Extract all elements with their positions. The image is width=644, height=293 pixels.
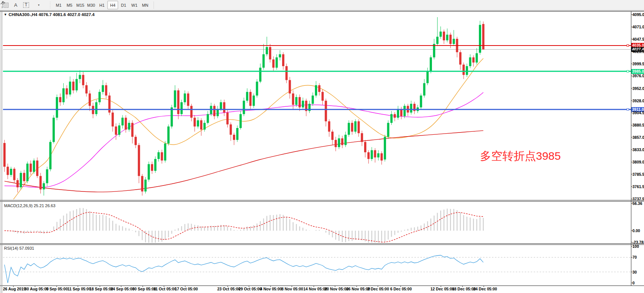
symbol-dropdown-icon[interactable]: ▼ <box>4 13 7 16</box>
date-axis-label: 14 Nov 05:00 <box>303 287 327 291</box>
date-axis-label: 11 Oct 05:00 <box>154 287 176 291</box>
price-line-label: 3985.0 <box>631 69 644 74</box>
macd-axis-tick: 0.00 <box>632 228 640 233</box>
macd-axis-tick: 56.36 <box>632 201 642 206</box>
date-axis-label: 17 Oct 05:00 <box>175 287 198 291</box>
date-axis-label: 24 Sep 05:00 <box>111 287 135 291</box>
date-axis-label: 23 Oct 05:00 <box>217 287 240 291</box>
price-axis-tick: 3833.0 <box>632 147 644 152</box>
price-axis-tick: 4071.0 <box>632 25 644 29</box>
date-axis-label: 26 Aug 2019 <box>3 287 26 291</box>
price-axis-tick: 3952.0 <box>632 86 644 91</box>
date-axis-label: 24 Dec 05:00 <box>473 287 497 291</box>
price-axis-tick: 3857.0 <box>632 135 644 140</box>
date-axis-label: 2 Dec 05:00 <box>367 287 389 291</box>
price-axis-tick: 4023.5 <box>632 49 644 54</box>
price-axis-tick: 3928.0 <box>632 99 644 103</box>
macd-axis-tick: -23.78 <box>632 240 644 244</box>
price-axis-tick: 3785.5 <box>632 172 644 177</box>
date-axis-label: 4 Nov 05:00 <box>260 287 282 291</box>
date-axis-label: 29 Oct 05:00 <box>239 287 262 291</box>
price-axis-tick: 3976.0 <box>632 74 644 78</box>
symbol-title: ▼CHINA300-,H4 4076.7 4081.6 4027.0 4027.… <box>4 12 95 17</box>
date-axis-label: 26 Nov 05:00 <box>346 287 370 291</box>
rsi-indicator-label: RSI(14) 57.0931 <box>4 246 34 250</box>
chart-canvas[interactable] <box>0 0 644 293</box>
date-axis-label: 6 Dec 05:00 <box>390 287 412 291</box>
price-axis-tick: 4095.0 <box>632 12 644 17</box>
rsi-axis-tick: 70 <box>632 255 637 259</box>
date-axis-label: 11 Sep 05:00 <box>67 287 91 291</box>
date-axis-label: 18 Dec 05:00 <box>452 287 476 291</box>
price-axis-tick: 4047.5 <box>632 37 644 41</box>
date-axis-label: 30 Sep 05:00 <box>132 287 156 291</box>
rsi-axis-tick: 30 <box>632 270 637 274</box>
chart-annotation-text: 多空转折点3985 <box>480 149 561 164</box>
date-axis-label: 30 Aug 05:00 <box>25 287 48 291</box>
date-axis-label: 8 Nov 05:00 <box>281 287 303 291</box>
price-axis-tick: 3880.5 <box>632 123 644 127</box>
date-axis-label: 20 Nov 05:00 <box>325 287 348 291</box>
date-axis-label: 12 Dec 05:00 <box>430 287 454 291</box>
date-axis-label: 5 Sep 05:00 <box>46 287 68 291</box>
macd-indicator-label: MACD(12,26,9) 25.21 26.63 <box>4 203 56 208</box>
rsi-axis-tick: 0 <box>632 281 635 285</box>
symbol-ohlc-text: CHINA300-,H4 4076.7 4081.6 4027.0 4027.4 <box>9 12 95 17</box>
price-axis-tick: 3999.5 <box>632 62 644 66</box>
price-axis-tick: 3737.5 <box>632 197 644 201</box>
rsi-axis-tick: 100 <box>632 244 639 249</box>
price-axis-tick: 3904.5 <box>632 110 644 115</box>
price-axis-tick: 3809.0 <box>632 160 644 164</box>
price-axis-tick: 3761.5 <box>632 184 644 189</box>
date-axis-label: 18 Sep 05:00 <box>89 287 113 291</box>
